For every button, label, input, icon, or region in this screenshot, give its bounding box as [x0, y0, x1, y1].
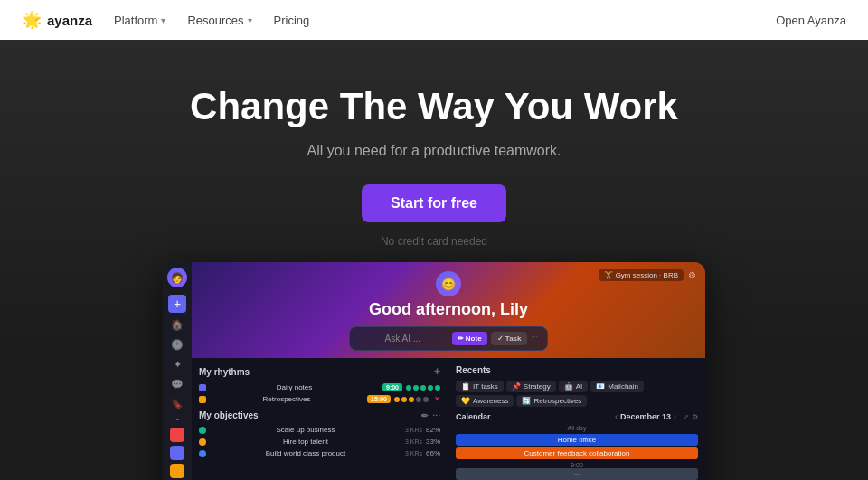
nav-logo[interactable]: 🌟 ayanza [22, 10, 92, 30]
rhythm-item: Daily notes 9:00 [199, 383, 440, 391]
calendar-prev[interactable]: ‹ [615, 412, 618, 421]
recents-tags: 📋 IT tasks 📌 Strategy 🤖 AI 📧 Mailchain 💛… [456, 381, 698, 407]
objective-icon [199, 450, 206, 457]
rhythm-progress [394, 397, 429, 402]
objective-icon [199, 438, 206, 446]
color-tag-3 [170, 464, 184, 478]
objective-name: Build world class product [210, 449, 401, 457]
objective-name: Scale up business [210, 426, 401, 434]
ask-ai-bar[interactable]: Ask AI ... ✏ Note ✓ Task ··· [349, 326, 548, 351]
nav-pricing[interactable]: Pricing [274, 14, 310, 27]
objective-name: Hire top talent [210, 438, 401, 446]
objective-pct: 82% [426, 426, 440, 434]
objective-pct: 66% [426, 449, 440, 457]
chat-icon[interactable]: 💬 [169, 376, 185, 392]
main-area: 🏋 Gym session · BRB ⚙ 😊 Good afternoon, … [192, 262, 705, 480]
recents-section: Recents [456, 365, 698, 375]
clock-icon[interactable]: 🕐 [169, 336, 185, 353]
calendar-event[interactable]: Home office [456, 434, 698, 446]
calendar-settings-icon[interactable]: ⚙ [692, 413, 698, 421]
add-button[interactable]: + [168, 295, 186, 313]
objectives-section: My objectives ✏ ⋯ [199, 410, 440, 420]
cta-button[interactable]: Start for free [362, 184, 506, 222]
settings-icon[interactable]: ⚙ [688, 270, 696, 280]
objective-sub: 3 KRs [405, 427, 422, 433]
objectives-title: My objectives [199, 410, 259, 420]
calendar-header: Calendar ‹ December 13 › ⤢ ⚙ [456, 412, 698, 421]
rhythms-section: My rhythms + [199, 365, 440, 378]
star-icon[interactable]: ✦ [169, 356, 185, 372]
left-column: My rhythms + Daily notes 9:00 [192, 358, 448, 480]
recent-tag[interactable]: 📧 Mailchain [590, 381, 644, 392]
nav-pricing-label: Pricing [274, 14, 310, 27]
rhythm-dot [199, 396, 206, 403]
ask-placeholder: Ask AI ... [359, 334, 447, 344]
rhythm-name: Retrospectives [210, 395, 363, 403]
nav-platform[interactable]: Platform ▾ [114, 14, 165, 27]
task-badge[interactable]: ✓ Task [491, 332, 528, 345]
nav-left: 🌟 ayanza Platform ▾ Resources ▾ Pricing [22, 10, 309, 30]
rhythms-title: My rhythms [199, 367, 250, 377]
expand-icon[interactable]: ⤢ [683, 413, 689, 421]
all-day-label: All day [456, 425, 698, 431]
bookmark-icon[interactable]: 🔖 [169, 396, 185, 412]
rhythm-dot [199, 384, 206, 391]
app-preview: 🧑 + 🏠 🕐 ✦ 💬 🔖 ··· 🏋 Gym session · BRB [163, 262, 705, 480]
objective-item: Scale up business 3 KRs 82% [199, 426, 440, 434]
avatar: 🧑 [167, 268, 187, 287]
rhythm-item: Retrospectives 15:00 ✕ [199, 395, 440, 403]
logo-text: ayanza [47, 13, 92, 28]
recents-title: Recents [456, 365, 491, 375]
gym-badge: 🏋 Gym session · BRB [599, 269, 684, 281]
hero-subtitle: All you need for a productive teamwork. [18, 143, 850, 159]
more-icon[interactable]: ··· [175, 416, 179, 424]
note-badge[interactable]: ✏ Note [452, 332, 487, 345]
color-tag-1 [170, 428, 184, 442]
recent-tag[interactable]: 📌 Strategy [506, 381, 556, 392]
objective-item: Hire top talent 3 KRs 33% [199, 438, 440, 446]
user-avatar-center: 😊 [436, 271, 461, 296]
objectives-edit-icon[interactable]: ✏ [421, 411, 429, 420]
recent-tag[interactable]: 💛 Awareness [456, 395, 514, 407]
logo-icon: 🌟 [22, 10, 42, 30]
calendar-next[interactable]: › [674, 412, 676, 421]
hero-title: Change The Way You Work [18, 85, 850, 128]
rhythms-add-icon[interactable]: + [434, 365, 440, 378]
rhythm-tag-orange: 15:00 [367, 395, 391, 403]
app-inner: 🧑 + 🏠 🕐 ✦ 💬 🔖 ··· 🏋 Gym session · BRB [163, 262, 705, 480]
calendar-month: December 13 [620, 412, 671, 421]
sidebar: 🧑 + 🏠 🕐 ✦ 💬 🔖 ··· [163, 262, 192, 480]
content-grid: My rhythms + Daily notes 9:00 [192, 358, 705, 480]
no-credit-text: No credit card needed [18, 235, 850, 248]
objectives-more-icon[interactable]: ⋯ [432, 411, 440, 420]
calendar-time: 9:00 [456, 462, 698, 468]
chevron-down-icon: ▾ [161, 15, 165, 25]
recent-tag[interactable]: 📋 IT tasks [456, 381, 504, 392]
home-icon[interactable]: 🏠 [169, 316, 185, 333]
hero-section: Change The Way You Work All you need for… [0, 40, 868, 480]
objective-sub: 3 KRs [405, 450, 422, 456]
objective-pct: 33% [426, 438, 440, 446]
rhythm-name: Daily notes [210, 383, 379, 391]
greeting-text: Good afternoon, Lily [201, 300, 696, 319]
nav-resources[interactable]: Resources ▾ [187, 14, 251, 27]
recent-tag[interactable]: 🔄 Retrospectives [516, 395, 587, 407]
open-app-button[interactable]: Open Ayanza [776, 14, 846, 27]
objective-sub: 3 KRs [405, 438, 422, 445]
calendar-section: Calendar ‹ December 13 › ⤢ ⚙ All day [456, 412, 698, 480]
rhythm-tag-green: 9:00 [382, 383, 402, 391]
color-tag-2 [170, 446, 184, 460]
rhythm-progress [406, 385, 440, 391]
recent-tag[interactable]: 🤖 AI [559, 381, 589, 392]
chevron-down-icon: ▾ [248, 15, 252, 25]
right-column: Recents 📋 IT tasks 📌 Strategy 🤖 AI 📧 Mai… [448, 358, 705, 480]
ask-actions: ✏ Note ✓ Task ··· [452, 332, 538, 345]
nav-resources-label: Resources [187, 14, 243, 27]
rhythm-close[interactable]: ✕ [434, 395, 440, 403]
calendar-event[interactable]: Customer feedback collaboration [456, 447, 698, 459]
objective-icon [199, 427, 206, 434]
calendar-event-partial[interactable]: ··· [456, 468, 698, 480]
more-options[interactable]: ··· [531, 332, 538, 345]
navbar: 🌟 ayanza Platform ▾ Resources ▾ Pricing … [0, 0, 868, 40]
nav-platform-label: Platform [114, 14, 157, 27]
